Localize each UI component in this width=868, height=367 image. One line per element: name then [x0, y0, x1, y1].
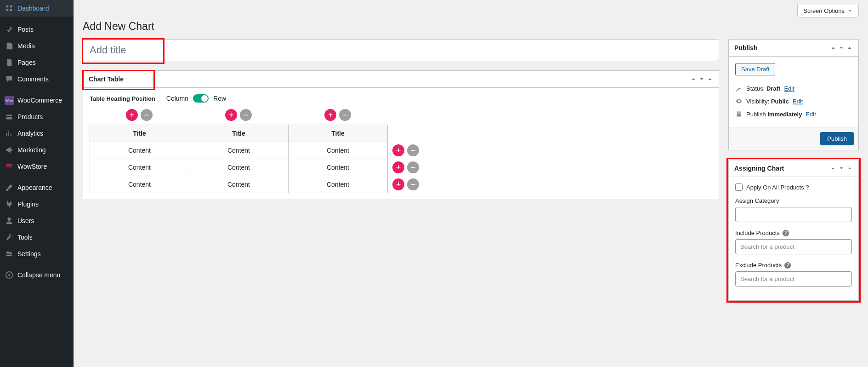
dashboard-icon: [5, 4, 14, 13]
table-cell[interactable]: Content: [90, 176, 189, 193]
sidebar-item-pages[interactable]: Pages: [0, 54, 74, 71]
add-column-button[interactable]: +: [324, 109, 336, 121]
sidebar-item-comments[interactable]: Comments: [0, 71, 74, 87]
chevron-down-icon: [847, 8, 853, 14]
sidebar-item-users[interactable]: Users: [0, 212, 74, 229]
sidebar-label: Media: [17, 42, 35, 50]
sidebar-item-products[interactable]: Products: [0, 109, 74, 125]
table-cell[interactable]: Content: [189, 159, 289, 176]
table-cell[interactable]: Content: [289, 142, 388, 159]
panel-title: Assigning Chart: [734, 165, 784, 172]
pin-icon: [5, 25, 14, 34]
add-column-button[interactable]: +: [126, 109, 138, 121]
assign-category-input[interactable]: [735, 207, 852, 222]
apply-all-products-checkbox[interactable]: [735, 184, 743, 191]
svg-point-1: [7, 252, 9, 253]
sidebar-item-tools[interactable]: Tools: [0, 229, 74, 246]
sidebar-label: Products: [17, 113, 43, 120]
post-title-input[interactable]: [83, 39, 719, 61]
sidebar-item-woocommerce[interactable]: Woo WooCommerce: [0, 92, 74, 109]
add-row-button[interactable]: +: [392, 178, 404, 190]
chevron-down-icon[interactable]: [838, 45, 845, 51]
schedule-label: Publish immediately: [746, 111, 802, 118]
toggle-panel-icon[interactable]: [846, 45, 853, 51]
sidebar-label: Plugins: [17, 201, 39, 208]
calendar-icon: [735, 110, 743, 118]
sidebar-label: Users: [17, 217, 34, 224]
remove-column-button[interactable]: −: [339, 109, 351, 121]
screen-options-button[interactable]: Screen Options: [797, 5, 859, 17]
sidebar-item-wowstore[interactable]: WowStore: [0, 158, 74, 175]
visibility-label: Visibility: Public: [746, 98, 789, 105]
apply-all-label: Apply On All Products ?: [746, 184, 809, 191]
table-header-cell[interactable]: Title: [289, 125, 388, 142]
sidebar-item-settings[interactable]: Settings: [0, 246, 74, 262]
chevron-up-icon[interactable]: [830, 45, 836, 51]
sidebar-item-plugins[interactable]: Plugins: [0, 196, 74, 212]
edit-status-link[interactable]: Edit: [784, 85, 794, 92]
wrench-icon: [5, 233, 14, 242]
publish-panel: Publish Save Draft Status: Draft Edit: [728, 39, 859, 150]
heading-position-toggle[interactable]: [193, 94, 209, 103]
chevron-down-icon[interactable]: [838, 165, 845, 172]
assign-category-label: Assign Category: [735, 197, 852, 204]
remove-column-button[interactable]: −: [141, 109, 153, 121]
table-header-cell[interactable]: Title: [189, 125, 289, 142]
exclude-products-input[interactable]: [735, 271, 852, 287]
sidebar-item-dashboard[interactable]: Dashboard: [0, 0, 74, 17]
sliders-icon: [5, 249, 14, 258]
sidebar-label: Settings: [17, 250, 41, 258]
assigning-chart-panel: Assigning Chart Apply On All Products ? …: [728, 160, 859, 301]
sidebar-item-media[interactable]: Media: [0, 38, 74, 54]
table-cell[interactable]: Content: [189, 142, 289, 159]
woocommerce-icon: Woo: [5, 96, 14, 105]
table-cell[interactable]: Content: [189, 176, 289, 193]
remove-row-button[interactable]: −: [407, 144, 419, 156]
marketing-icon: [5, 145, 14, 155]
help-icon[interactable]: ?: [783, 230, 789, 236]
sidebar-label: Marketing: [17, 146, 45, 154]
sidebar-collapse[interactable]: Collapse menu: [0, 267, 74, 283]
save-draft-button[interactable]: Save Draft: [735, 63, 775, 75]
sidebar-label: Tools: [17, 234, 33, 241]
toggle-panel-icon[interactable]: [707, 76, 713, 82]
main-content: Screen Options Add New Chart Chart Table: [74, 0, 868, 328]
help-icon[interactable]: ?: [784, 262, 791, 269]
table-cell[interactable]: Content: [90, 142, 189, 159]
chevron-up-icon[interactable]: [830, 165, 836, 172]
publish-button[interactable]: Publish: [820, 132, 854, 145]
collapse-icon: [5, 270, 14, 280]
add-column-button[interactable]: +: [225, 109, 237, 121]
edit-visibility-link[interactable]: Edit: [793, 98, 803, 105]
toggle-panel-icon[interactable]: [846, 165, 853, 172]
table-cell[interactable]: Content: [90, 159, 189, 176]
include-products-input[interactable]: [735, 239, 852, 254]
sidebar-label: Collapse menu: [17, 271, 60, 279]
pages-icon: [5, 58, 14, 67]
chevron-down-icon[interactable]: [698, 76, 705, 82]
sidebar-item-appearance[interactable]: Appearance: [0, 179, 74, 196]
add-row-button[interactable]: +: [392, 144, 404, 156]
remove-row-button[interactable]: −: [407, 178, 419, 190]
table-cell[interactable]: Content: [289, 176, 388, 193]
status-label: Status: Draft: [746, 85, 780, 92]
add-row-button[interactable]: +: [392, 161, 404, 173]
sidebar-label: WowStore: [17, 163, 47, 170]
chevron-up-icon[interactable]: [690, 76, 697, 82]
panel-title: Publish: [734, 44, 758, 52]
sidebar-item-posts[interactable]: Posts: [0, 21, 74, 38]
remove-column-button[interactable]: −: [240, 109, 252, 121]
column-label: Column: [166, 95, 188, 102]
sidebar-item-analytics[interactable]: Analytics: [0, 125, 74, 142]
table-cell[interactable]: Content: [289, 159, 388, 176]
sidebar-label: Pages: [17, 59, 36, 66]
remove-row-button[interactable]: −: [407, 161, 419, 173]
plug-icon: [5, 200, 14, 209]
edit-schedule-link[interactable]: Edit: [806, 111, 816, 118]
sidebar-item-marketing[interactable]: Marketing: [0, 142, 74, 158]
table-header-cell[interactable]: Title: [90, 125, 189, 142]
chart-table-panel: Chart Table Table Heading Position Colum…: [83, 70, 719, 200]
user-icon: [5, 216, 14, 225]
products-icon: [5, 112, 14, 121]
page-title: Add New Chart: [83, 20, 859, 33]
